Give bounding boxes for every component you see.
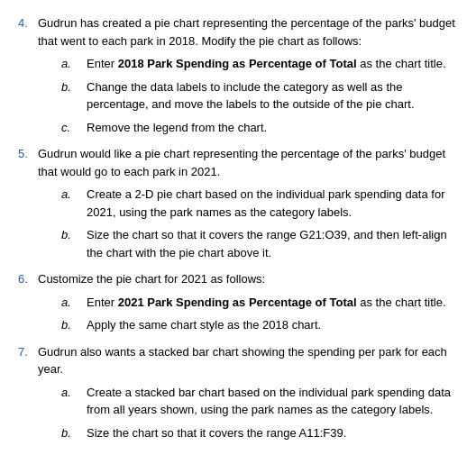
section-7-sub-items: a. Create a stacked bar chart based on t… xyxy=(61,384,458,442)
section-7b-label: b. xyxy=(61,424,79,442)
section-7-number: 7. xyxy=(18,343,34,361)
section-4-sub-items: a. Enter 2018 Park Spending as Percentag… xyxy=(61,55,458,136)
section-5-text: Gudrun would like a pie chart representi… xyxy=(38,145,458,180)
section-4-text: Gudrun has created a pie chart represent… xyxy=(38,14,458,50)
section-6b-label: b. xyxy=(61,316,79,334)
section-4b-label: b. xyxy=(61,78,79,96)
section-5b: b. Size the chart so that it covers the … xyxy=(61,226,458,261)
section-5b-label: b. xyxy=(61,226,79,244)
section-4c-label: c. xyxy=(61,119,79,137)
section-7a: a. Create a stacked bar chart based on t… xyxy=(61,384,458,419)
section-6-header: 6. Customize the pie chart for 2021 as f… xyxy=(18,270,458,288)
section-4b-text: Change the data labels to include the ca… xyxy=(87,78,458,114)
section-5a: a. Create a 2-D pie chart based on the i… xyxy=(61,186,458,221)
section-6a-text: Enter 2021 Park Spending as Percentage o… xyxy=(87,294,458,312)
section-7: 7. Gudrun also wants a stacked bar chart… xyxy=(18,343,458,442)
section-4: 4. Gudrun has created a pie chart repres… xyxy=(18,14,458,136)
section-6-sub-items: a. Enter 2021 Park Spending as Percentag… xyxy=(61,294,458,334)
section-7-text: Gudrun also wants a stacked bar chart sh… xyxy=(38,343,458,378)
page-content: 4. Gudrun has created a pie chart repres… xyxy=(18,14,458,441)
section-4-header: 4. Gudrun has created a pie chart repres… xyxy=(18,14,458,50)
section-5b-text: Size the chart so that it covers the ran… xyxy=(87,226,458,261)
section-4a: a. Enter 2018 Park Spending as Percentag… xyxy=(61,55,458,73)
section-5a-label: a. xyxy=(61,186,79,204)
section-4a-text: Enter 2018 Park Spending as Percentage o… xyxy=(87,55,458,73)
section-7a-text: Create a stacked bar chart based on the … xyxy=(87,384,458,419)
section-5a-text: Create a 2-D pie chart based on the indi… xyxy=(87,186,458,221)
section-6a-label: a. xyxy=(61,294,79,312)
section-5-header: 5. Gudrun would like a pie chart represe… xyxy=(18,145,458,180)
section-4b: b. Change the data labels to include the… xyxy=(61,78,458,114)
section-7a-label: a. xyxy=(61,384,79,402)
section-6b-text: Apply the same chart style as the 2018 c… xyxy=(87,316,458,334)
section-7b-text: Size the chart so that it covers the ran… xyxy=(87,424,458,442)
section-6: 6. Customize the pie chart for 2021 as f… xyxy=(18,270,458,334)
section-4c-text: Remove the legend from the chart. xyxy=(87,119,458,137)
section-6-number: 6. xyxy=(18,270,34,288)
section-6-text: Customize the pie chart for 2021 as foll… xyxy=(38,270,458,288)
section-5: 5. Gudrun would like a pie chart represe… xyxy=(18,145,458,261)
section-4a-label: a. xyxy=(61,55,79,73)
section-7b: b. Size the chart so that it covers the … xyxy=(61,424,458,442)
section-4c: c. Remove the legend from the chart. xyxy=(61,119,458,137)
section-6b: b. Apply the same chart style as the 201… xyxy=(61,316,458,334)
section-6a: a. Enter 2021 Park Spending as Percentag… xyxy=(61,294,458,312)
section-5-number: 5. xyxy=(18,145,34,163)
section-7-header: 7. Gudrun also wants a stacked bar chart… xyxy=(18,343,458,378)
section-4-number: 4. xyxy=(18,14,34,32)
section-5-sub-items: a. Create a 2-D pie chart based on the i… xyxy=(61,186,458,261)
